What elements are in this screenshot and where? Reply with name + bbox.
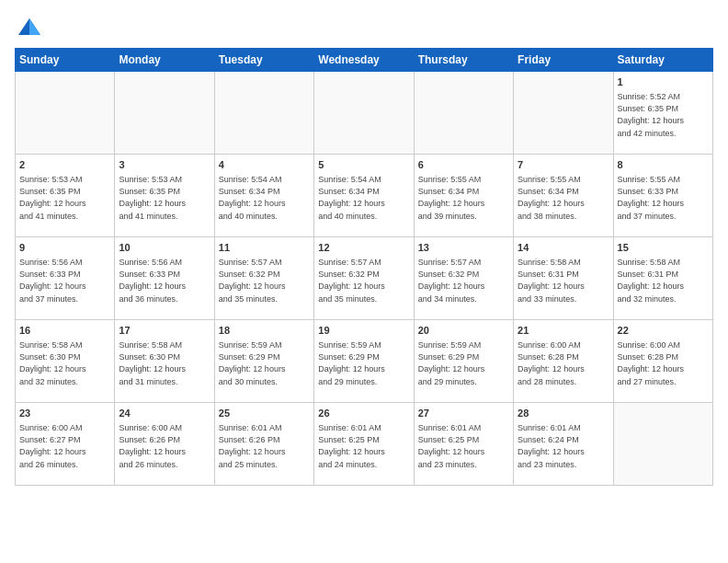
day-info: Sunrise: 6:01 AM Sunset: 6:24 PM Dayligh…: [518, 422, 609, 470]
day-number: 5: [318, 158, 409, 172]
day-info: Sunrise: 5:59 AM Sunset: 6:29 PM Dayligh…: [318, 339, 409, 387]
day-number: 12: [318, 241, 409, 255]
day-number: 9: [19, 241, 110, 255]
calendar-cell: 19Sunrise: 5:59 AM Sunset: 6:29 PM Dayli…: [314, 320, 414, 403]
day-info: Sunrise: 6:00 AM Sunset: 6:27 PM Dayligh…: [19, 422, 110, 470]
day-number: 22: [618, 324, 709, 338]
day-info: Sunrise: 5:57 AM Sunset: 6:32 PM Dayligh…: [418, 257, 509, 304]
calendar-cell: [514, 72, 613, 155]
day-info: Sunrise: 5:53 AM Sunset: 6:35 PM Dayligh…: [119, 174, 210, 222]
header-saturday: Saturday: [613, 49, 712, 72]
calendar-cell: 26Sunrise: 6:01 AM Sunset: 6:25 PM Dayli…: [314, 403, 414, 486]
day-number: 23: [19, 407, 110, 420]
day-number: 1: [618, 75, 709, 89]
day-number: 14: [518, 241, 609, 255]
week-row-2: 9Sunrise: 5:56 AM Sunset: 6:33 PM Daylig…: [16, 237, 713, 320]
day-number: 17: [119, 324, 210, 338]
calendar-cell: 9Sunrise: 5:56 AM Sunset: 6:33 PM Daylig…: [16, 237, 115, 320]
day-info: Sunrise: 6:00 AM Sunset: 6:26 PM Dayligh…: [119, 422, 210, 470]
day-number: 20: [418, 324, 509, 338]
day-number: 16: [19, 324, 110, 338]
calendar-cell: [214, 72, 313, 155]
calendar-cell: 4Sunrise: 5:54 AM Sunset: 6:34 PM Daylig…: [214, 155, 313, 237]
calendar-cell: 11Sunrise: 5:57 AM Sunset: 6:32 PM Dayli…: [214, 237, 313, 320]
logo-icon: [17, 15, 42, 40]
day-info: Sunrise: 5:55 AM Sunset: 6:33 PM Dayligh…: [618, 174, 709, 222]
calendar-cell: 20Sunrise: 5:59 AM Sunset: 6:29 PM Dayli…: [414, 320, 513, 403]
calendar-header-row: SundayMondayTuesdayWednesdayThursdayFrid…: [16, 49, 713, 72]
header-friday: Friday: [514, 49, 613, 72]
day-number: 7: [518, 158, 609, 172]
day-number: 28: [518, 407, 609, 420]
week-row-0: 1Sunrise: 5:52 AM Sunset: 6:35 PM Daylig…: [16, 72, 713, 155]
calendar-cell: 17Sunrise: 5:58 AM Sunset: 6:30 PM Dayli…: [115, 320, 214, 403]
day-info: Sunrise: 6:01 AM Sunset: 6:25 PM Dayligh…: [318, 422, 409, 470]
day-number: 4: [219, 158, 310, 172]
calendar-cell: 28Sunrise: 6:01 AM Sunset: 6:24 PM Dayli…: [514, 403, 613, 486]
calendar-cell: [613, 403, 712, 486]
day-number: 21: [518, 324, 609, 338]
page-header: [15, 15, 713, 40]
day-info: Sunrise: 6:00 AM Sunset: 6:28 PM Dayligh…: [618, 339, 709, 387]
day-info: Sunrise: 5:53 AM Sunset: 6:35 PM Dayligh…: [19, 174, 110, 222]
calendar-cell: [115, 72, 214, 155]
calendar-cell: 3Sunrise: 5:53 AM Sunset: 6:35 PM Daylig…: [115, 155, 214, 237]
calendar-cell: 10Sunrise: 5:56 AM Sunset: 6:33 PM Dayli…: [115, 237, 214, 320]
day-info: Sunrise: 6:01 AM Sunset: 6:26 PM Dayligh…: [219, 422, 310, 470]
header-monday: Monday: [115, 49, 214, 72]
day-info: Sunrise: 5:59 AM Sunset: 6:29 PM Dayligh…: [418, 339, 509, 387]
calendar-cell: 12Sunrise: 5:57 AM Sunset: 6:32 PM Dayli…: [314, 237, 414, 320]
day-number: 26: [318, 407, 409, 420]
calendar-cell: 18Sunrise: 5:59 AM Sunset: 6:29 PM Dayli…: [214, 320, 313, 403]
day-number: 6: [418, 158, 509, 172]
calendar-cell: 8Sunrise: 5:55 AM Sunset: 6:33 PM Daylig…: [613, 155, 712, 237]
calendar-cell: [314, 72, 414, 155]
day-number: 11: [219, 241, 310, 255]
day-number: 19: [318, 324, 409, 338]
day-number: 25: [219, 407, 310, 420]
calendar-cell: 25Sunrise: 6:01 AM Sunset: 6:26 PM Dayli…: [214, 403, 313, 486]
day-number: 27: [418, 407, 509, 420]
day-info: Sunrise: 5:58 AM Sunset: 6:31 PM Dayligh…: [618, 257, 709, 304]
day-info: Sunrise: 5:54 AM Sunset: 6:34 PM Dayligh…: [219, 174, 310, 222]
day-number: 8: [618, 158, 709, 172]
calendar-cell: 23Sunrise: 6:00 AM Sunset: 6:27 PM Dayli…: [16, 403, 115, 486]
header-thursday: Thursday: [414, 49, 513, 72]
day-info: Sunrise: 5:54 AM Sunset: 6:34 PM Dayligh…: [318, 174, 409, 222]
header-sunday: Sunday: [16, 49, 115, 72]
day-number: 3: [119, 158, 210, 172]
day-number: 10: [119, 241, 210, 255]
day-info: Sunrise: 5:52 AM Sunset: 6:35 PM Dayligh…: [618, 91, 709, 139]
calendar-cell: 6Sunrise: 5:55 AM Sunset: 6:34 PM Daylig…: [414, 155, 513, 237]
day-info: Sunrise: 6:00 AM Sunset: 6:28 PM Dayligh…: [518, 339, 609, 387]
calendar-cell: 13Sunrise: 5:57 AM Sunset: 6:32 PM Dayli…: [414, 237, 513, 320]
logo: [15, 15, 42, 40]
calendar-table: SundayMondayTuesdayWednesdayThursdayFrid…: [15, 48, 713, 486]
svg-marker-1: [29, 18, 40, 35]
calendar-cell: 15Sunrise: 5:58 AM Sunset: 6:31 PM Dayli…: [613, 237, 712, 320]
calendar-cell: [16, 72, 115, 155]
header-tuesday: Tuesday: [214, 49, 313, 72]
day-info: Sunrise: 5:57 AM Sunset: 6:32 PM Dayligh…: [219, 257, 310, 304]
day-number: 24: [119, 407, 210, 420]
day-number: 18: [219, 324, 310, 338]
week-row-4: 23Sunrise: 6:00 AM Sunset: 6:27 PM Dayli…: [16, 403, 713, 486]
header-wednesday: Wednesday: [314, 49, 414, 72]
calendar-cell: 1Sunrise: 5:52 AM Sunset: 6:35 PM Daylig…: [613, 72, 712, 155]
calendar-cell: 21Sunrise: 6:00 AM Sunset: 6:28 PM Dayli…: [514, 320, 613, 403]
day-number: 13: [418, 241, 509, 255]
week-row-1: 2Sunrise: 5:53 AM Sunset: 6:35 PM Daylig…: [16, 155, 713, 237]
day-info: Sunrise: 6:01 AM Sunset: 6:25 PM Dayligh…: [418, 422, 509, 470]
day-info: Sunrise: 5:58 AM Sunset: 6:30 PM Dayligh…: [119, 339, 210, 387]
calendar-cell: [414, 72, 513, 155]
day-info: Sunrise: 5:56 AM Sunset: 6:33 PM Dayligh…: [19, 257, 110, 304]
day-number: 15: [618, 241, 709, 255]
day-info: Sunrise: 5:55 AM Sunset: 6:34 PM Dayligh…: [418, 174, 509, 222]
day-info: Sunrise: 5:55 AM Sunset: 6:34 PM Dayligh…: [518, 174, 609, 222]
calendar-cell: 2Sunrise: 5:53 AM Sunset: 6:35 PM Daylig…: [16, 155, 115, 237]
calendar-cell: 27Sunrise: 6:01 AM Sunset: 6:25 PM Dayli…: [414, 403, 513, 486]
calendar-cell: 16Sunrise: 5:58 AM Sunset: 6:30 PM Dayli…: [16, 320, 115, 403]
day-info: Sunrise: 5:59 AM Sunset: 6:29 PM Dayligh…: [219, 339, 310, 387]
calendar-cell: 7Sunrise: 5:55 AM Sunset: 6:34 PM Daylig…: [514, 155, 613, 237]
day-info: Sunrise: 5:57 AM Sunset: 6:32 PM Dayligh…: [318, 257, 409, 304]
